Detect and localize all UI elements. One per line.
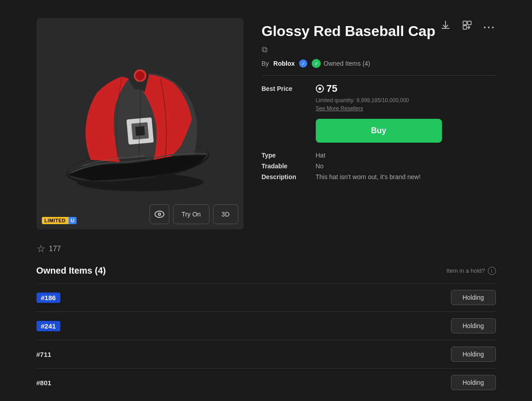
svg-point-15: [488, 27, 490, 28]
hold-question-text: Item in a hold?: [446, 267, 485, 274]
by-label: By: [262, 60, 269, 67]
holding-button[interactable]: Holding: [451, 318, 496, 333]
product-image-container: LIMITED U Try On 3D: [36, 18, 244, 230]
description-row: Description This hat isn't worn out, it'…: [262, 173, 496, 180]
eye-icon: [155, 211, 164, 218]
type-row: Type Hat: [262, 152, 496, 159]
copy-icon-row: ⧉: [262, 45, 496, 54]
buy-button[interactable]: Buy: [316, 119, 442, 143]
image-actions: Try On 3D: [150, 204, 238, 224]
item-number: #801: [36, 379, 51, 387]
holding-button[interactable]: Holding: [451, 375, 496, 390]
tradable-value: No: [316, 162, 324, 170]
holding-button[interactable]: Holding: [451, 347, 496, 362]
product-image: [36, 18, 244, 230]
description-label: Description: [262, 173, 307, 180]
owned-section-title: Owned Items (4): [36, 266, 106, 276]
main-container: LIMITED U Try On 3D: [18, 9, 514, 401]
quantity-text: Limited quantity: 9,999,185/10,000,000: [316, 97, 496, 104]
info-icon[interactable]: i: [488, 267, 496, 275]
product-section: LIMITED U Try On 3D: [36, 18, 496, 230]
item-number: #186: [36, 293, 60, 303]
download-icon: [440, 20, 451, 31]
star-icon[interactable]: ☆: [36, 243, 45, 255]
holding-button[interactable]: Holding: [451, 290, 496, 305]
try-on-button[interactable]: Try On: [173, 204, 209, 224]
product-info: Glossy Red Baseball Cap ⧉ By Roblox ✓ ✓ …: [262, 18, 496, 230]
eye-button[interactable]: [150, 204, 169, 224]
item-rows-container: #186Holding#241Holding#711Holding#801Hol…: [36, 283, 496, 396]
item-row: #241Holding: [36, 311, 496, 340]
top-icons: [438, 18, 496, 35]
type-label: Type: [262, 152, 307, 159]
svg-point-14: [484, 27, 486, 28]
best-price-label: Best Price: [262, 85, 307, 92]
svg-point-16: [492, 27, 494, 28]
limited-text: LIMITED: [42, 217, 69, 224]
type-value: Hat: [316, 152, 326, 159]
divider-1: [262, 75, 496, 76]
owned-check-icon: ✓: [312, 59, 321, 68]
price-section: Best Price 75 Limited quantity: 9,999,18…: [262, 83, 496, 112]
hold-question: Item in a hold? i: [446, 267, 496, 275]
copy-icon[interactable]: ⧉: [262, 45, 268, 54]
limited-badge: LIMITED U: [42, 217, 77, 224]
favorites-row: ☆ 177: [36, 243, 496, 255]
description-value: This hat isn't worn out, it's brand new!: [316, 173, 421, 180]
svg-rect-12: [468, 21, 471, 25]
favorites-count: 177: [49, 245, 61, 253]
u-badge: U: [68, 217, 77, 224]
more-options-button[interactable]: [482, 19, 496, 33]
share-icon: [462, 20, 473, 31]
hat-image: [55, 52, 226, 196]
robux-icon: [316, 85, 324, 93]
creator-name: Roblox: [273, 60, 295, 67]
price-row: Best Price 75: [262, 83, 496, 95]
svg-point-18: [318, 87, 321, 90]
item-number: #241: [36, 321, 60, 331]
svg-rect-13: [463, 26, 467, 29]
owned-label: Owned Items (4): [323, 60, 370, 67]
owned-section: Owned Items (4) Item in a hold? i #186Ho…: [36, 266, 496, 396]
svg-point-10: [159, 214, 160, 215]
share-button[interactable]: [460, 18, 474, 35]
verified-icon: ✓: [299, 59, 307, 68]
owned-badge: ✓ Owned Items (4): [312, 59, 370, 68]
tradable-label: Tradable: [262, 162, 307, 170]
item-number: #711: [36, 351, 51, 358]
price-value: 75: [316, 83, 337, 95]
svg-rect-11: [463, 21, 467, 25]
price-number: 75: [327, 83, 337, 95]
tradable-row: Tradable No: [262, 162, 496, 170]
three-d-button[interactable]: 3D: [213, 204, 238, 224]
owned-header: Owned Items (4) Item in a hold? i: [36, 266, 496, 276]
see-more-resellers-link[interactable]: See More Resellers: [316, 105, 496, 112]
item-row: #801Holding: [36, 368, 496, 396]
item-row: #186Holding: [36, 283, 496, 311]
by-row: By Roblox ✓ ✓ Owned Items (4): [262, 59, 496, 68]
item-row: #711Holding: [36, 340, 496, 368]
download-button[interactable]: [438, 18, 453, 35]
more-icon: [483, 26, 494, 29]
